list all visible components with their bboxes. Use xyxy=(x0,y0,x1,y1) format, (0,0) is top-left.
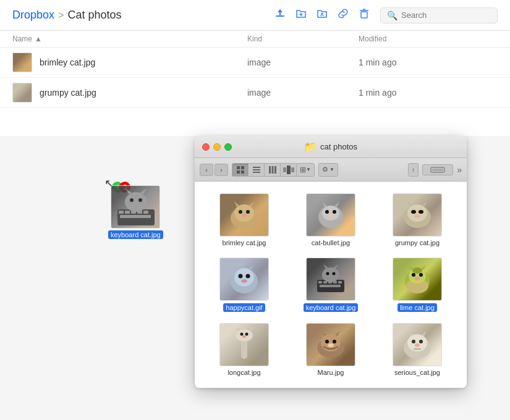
upload-icon[interactable] xyxy=(274,7,286,23)
table-row[interactable]: grumpy cat.jpg image 1 min ago xyxy=(0,78,510,108)
finder-item-label-happy: happycat.gif xyxy=(223,303,265,312)
svg-marker-93 xyxy=(422,331,427,336)
list-view-button[interactable] xyxy=(248,163,264,177)
minimize-button[interactable] xyxy=(213,143,221,151)
svg-rect-95 xyxy=(119,211,124,214)
icon-view-button[interactable] xyxy=(232,163,248,177)
arrange-dropdown-button[interactable]: ⊞ ▼ xyxy=(296,163,315,177)
svg-point-76 xyxy=(245,332,249,335)
svg-marker-63 xyxy=(333,264,338,269)
col-header-kind[interactable]: Kind xyxy=(247,35,359,43)
traffic-lights xyxy=(202,143,232,151)
svg-point-82 xyxy=(325,340,329,343)
svg-point-5 xyxy=(321,13,323,15)
dropbox-panel: Dropbox > Cat photos xyxy=(0,0,510,136)
svg-marker-105 xyxy=(140,188,147,194)
file-thumbnail-brimley xyxy=(12,52,32,72)
finder-item-label-long: longcat.jpg xyxy=(227,369,260,376)
finder-item-maru[interactable]: Maru.jpg xyxy=(291,321,371,379)
finder-toolbar: ‹ › ⊞ ▼ ⚙ ▼ xyxy=(195,158,467,182)
breadcrumb-current: Cat photos xyxy=(67,9,121,22)
finder-item-serious[interactable]: serious_cat.jpg xyxy=(377,321,457,379)
svg-point-34 xyxy=(333,210,336,214)
share-button[interactable]: ↑ xyxy=(408,163,419,177)
finder-item-label-brimley: brimley cat.jpg xyxy=(223,239,266,246)
nav-buttons: ‹ › xyxy=(200,164,228,176)
svg-marker-85 xyxy=(321,331,326,336)
svg-marker-43 xyxy=(407,201,412,206)
file-modified: 1 min ago xyxy=(359,88,498,98)
finder-item-lime[interactable]: lime cat.jpg xyxy=(377,255,457,314)
svg-point-68 xyxy=(419,273,423,277)
svg-point-75 xyxy=(240,332,244,335)
svg-marker-92 xyxy=(408,331,413,336)
close-button[interactable] xyxy=(202,143,210,151)
finder-item-brimley[interactable]: brimley cat.jpg xyxy=(204,191,284,249)
svg-point-84 xyxy=(328,343,334,347)
svg-point-42 xyxy=(415,214,420,217)
fullscreen-button[interactable] xyxy=(224,143,232,151)
svg-marker-71 xyxy=(409,265,414,270)
view-buttons: ⊞ ▼ xyxy=(232,163,315,177)
forward-button[interactable]: › xyxy=(215,164,228,176)
svg-point-69 xyxy=(415,277,420,280)
file-thumbnail-grumpy xyxy=(12,83,32,103)
svg-point-28 xyxy=(242,214,247,217)
finder-window: 📁 cat photos ‹ › ⊞ ▼ xyxy=(195,136,467,388)
delete-icon[interactable] xyxy=(358,7,370,23)
svg-point-32 xyxy=(322,206,339,220)
finder-item-bullet[interactable]: cat-bullet.jpg xyxy=(291,191,371,249)
back-button[interactable]: ‹ xyxy=(200,164,213,176)
link-icon[interactable] xyxy=(337,7,349,23)
finder-item-happy[interactable]: happycat.gif xyxy=(204,255,284,314)
finder-item-keyboard[interactable]: keyboard cat.jpg xyxy=(291,255,371,314)
svg-point-59 xyxy=(322,267,339,282)
svg-rect-53 xyxy=(318,281,322,284)
finder-item-long[interactable]: longcat.jpg xyxy=(204,321,284,379)
search-input[interactable] xyxy=(401,10,488,20)
svg-point-83 xyxy=(333,340,336,343)
share-folder-icon[interactable] xyxy=(316,7,328,23)
svg-marker-72 xyxy=(421,265,426,270)
col-header-name[interactable]: Name ▲ xyxy=(12,35,247,43)
search-box[interactable]: 🔍 xyxy=(380,7,498,23)
finder-thumb-bullet xyxy=(306,193,355,237)
svg-rect-100 xyxy=(120,215,151,218)
springload-button[interactable] xyxy=(422,164,453,175)
action-button[interactable]: ⚙ ▼ xyxy=(318,163,338,177)
new-folder-icon[interactable] xyxy=(295,7,307,23)
finder-titlebar: 📁 cat photos xyxy=(195,136,467,158)
svg-rect-20 xyxy=(287,166,291,174)
svg-point-49 xyxy=(241,279,247,283)
breadcrumb-root[interactable]: Dropbox xyxy=(12,9,54,22)
finder-item-label-maru: Maru.jpg xyxy=(318,369,344,376)
svg-rect-96 xyxy=(125,211,130,214)
more-button[interactable]: » xyxy=(457,165,462,175)
svg-rect-0 xyxy=(276,15,284,17)
svg-rect-10 xyxy=(241,166,244,169)
column-view-button[interactable] xyxy=(264,163,280,177)
drag-preview: ↖ + 3 keyboard cat.jpg xyxy=(108,185,163,239)
drag-thumbnail xyxy=(111,185,160,229)
file-modified: 1 min ago xyxy=(359,57,498,67)
col-header-modified[interactable]: Modified xyxy=(359,35,498,43)
finder-toolbar-right: ↑ » xyxy=(408,163,462,177)
svg-point-46 xyxy=(234,268,254,287)
finder-thumb-long xyxy=(219,323,269,366)
arrange-label: ⊞ xyxy=(300,166,306,174)
svg-point-60 xyxy=(326,272,329,275)
svg-rect-58 xyxy=(320,285,341,287)
svg-rect-18 xyxy=(274,166,276,174)
file-name: brimley cat.jpg xyxy=(40,57,247,67)
finder-thumb-serious xyxy=(393,323,442,366)
file-name: grumpy cat.jpg xyxy=(40,88,247,98)
cover-flow-button[interactable] xyxy=(280,163,296,177)
breadcrumb-separator: > xyxy=(58,10,64,21)
svg-marker-104 xyxy=(125,188,132,194)
svg-rect-15 xyxy=(253,172,260,173)
breadcrumb: Dropbox > Cat photos xyxy=(12,9,274,22)
finder-item-grumpy[interactable]: grumpy cat.jpg xyxy=(377,191,457,249)
table-row[interactable]: brimley cat.jpg image 1 min ago xyxy=(0,48,510,78)
file-kind: image xyxy=(247,57,359,67)
finder-title-text: cat photos xyxy=(320,142,357,151)
